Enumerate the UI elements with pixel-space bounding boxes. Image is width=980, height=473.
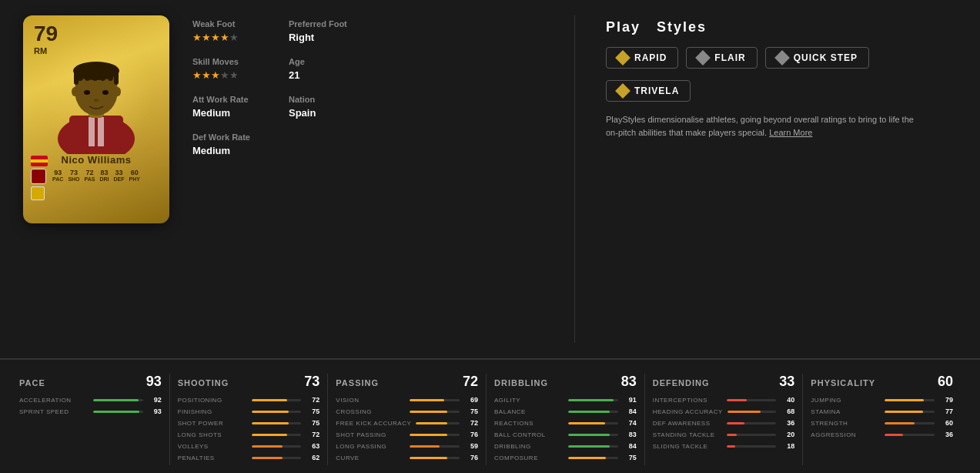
card-stat-dri: 83 DRI	[99, 169, 109, 182]
table-row: AGILITY 91	[494, 396, 637, 404]
table-row: LONG PASSING 59	[336, 442, 478, 450]
dribbling-category: DRIBBLING 83 AGILITY 91 BALANCE 84 REACT…	[487, 374, 645, 465]
playstyle-trivela: TRIVELA	[606, 80, 691, 102]
table-row: DEF AWARENESS 36	[653, 419, 795, 427]
defending-value: 33	[779, 374, 794, 390]
player-card: 79 RM	[23, 15, 169, 343]
table-row: REACTIONS 74	[494, 419, 637, 427]
svg-point-18	[115, 87, 121, 96]
table-row: INTERCEPTIONS 40	[653, 396, 795, 404]
svg-rect-2	[89, 117, 95, 146]
dribbling-value: 83	[621, 374, 637, 390]
table-row: DRIBBLING 84	[494, 442, 637, 450]
defending-category: DEFENDING 33 INTERCEPTIONS 40 HEADING AC…	[645, 374, 804, 465]
nation-section: Nation Spain	[289, 95, 347, 119]
table-row: VISION 69	[336, 396, 478, 404]
physicality-label: PHYSICALITY	[811, 378, 875, 387]
table-row: LONG SHOTS 72	[178, 431, 320, 438]
table-row: STANDING TACKLE 20	[653, 431, 795, 438]
svg-rect-12	[74, 71, 79, 85]
shooting-category: SHOOTING 73 POSITIONING 72 FINISHING 75 …	[170, 374, 329, 465]
svg-rect-8	[85, 64, 90, 81]
age-section: Age 21	[289, 57, 347, 81]
weak-foot-section: Weak Foot ★★★★★	[192, 19, 250, 43]
playstyle-rapid: RAPID	[606, 47, 678, 69]
pace-category: PACE 93 ACCELERATION 92 SPRINT SPEED 93	[19, 374, 170, 465]
svg-rect-9	[92, 63, 98, 81]
shooting-label: SHOOTING	[178, 378, 229, 387]
playstyle-flair: FLAIR	[686, 47, 757, 69]
dribbling-label: DRIBBLING	[494, 378, 548, 387]
svg-point-15	[102, 90, 109, 95]
playstyle-badges: RAPID FLAIR QUICK STEP	[606, 47, 957, 69]
stats-section: PACE 93 ACCELERATION 92 SPRINT SPEED 93 …	[0, 360, 980, 473]
age-label: Age	[289, 57, 347, 66]
nation-label: Nation	[289, 95, 347, 104]
svg-rect-10	[100, 64, 105, 81]
svg-point-17	[72, 87, 78, 96]
table-row: SHOT PASSING 76	[336, 431, 478, 438]
physicality-value: 60	[938, 374, 953, 390]
passing-value: 72	[463, 374, 478, 390]
playstyles-title: Play Styles	[606, 19, 957, 35]
defending-label: DEFENDING	[653, 378, 710, 387]
svg-rect-3	[98, 117, 104, 146]
weak-foot-label: Weak Foot	[192, 19, 250, 29]
playstyle-quick-step: QUICK STEP	[765, 47, 869, 69]
table-row: PENALTIES 62	[178, 454, 320, 461]
table-row: CROSSING 75	[336, 408, 478, 415]
table-row: SHOT POWER 75	[178, 419, 320, 427]
table-row: STRENGTH 60	[811, 419, 953, 427]
table-row: FREE KICK ACCURACY 72	[336, 419, 478, 427]
card-stat-sho: 73 SHO	[68, 169, 79, 182]
card-stat-pas: 72 PAS	[85, 169, 95, 182]
att-work-rate-label: Att Work Rate	[192, 95, 250, 104]
learn-more-link[interactable]: Learn More	[769, 128, 812, 137]
preferred-foot-value: Right	[289, 32, 347, 43]
divider	[574, 15, 575, 343]
card-rating: 79	[34, 23, 58, 45]
table-row: SLIDING TACKLE 18	[653, 442, 795, 450]
club-badge	[31, 169, 46, 184]
svg-rect-1	[69, 116, 123, 146]
att-work-rate-value: Medium	[192, 107, 250, 119]
flair-icon	[695, 50, 711, 65]
shooting-value: 73	[304, 374, 319, 390]
playstyle-description: PlayStyles dimensionalise athletes, goin…	[606, 113, 914, 139]
passing-label: PASSING	[336, 378, 379, 387]
table-row: AGGRESSION 36	[811, 431, 953, 438]
age-value: 21	[289, 69, 347, 81]
svg-rect-11	[108, 65, 113, 81]
card-stat-def: 33 DEF	[113, 169, 124, 182]
physicality-category: PHYSICALITY 60 JUMPING 79 STAMINA 77 STR…	[803, 374, 961, 465]
table-row: STAMINA 77	[811, 408, 953, 415]
table-row: BALANCE 84	[494, 408, 637, 415]
preferred-foot-label: Preferred Foot	[289, 19, 347, 29]
rapid-icon	[615, 50, 630, 65]
weak-foot-stars: ★★★★★	[192, 32, 250, 43]
skill-moves-label: Skill Moves	[192, 57, 250, 66]
card-position: RM	[34, 46, 47, 55]
trivela-icon	[615, 83, 630, 99]
table-row: COMPOSURE 75	[494, 454, 637, 461]
player-info: Weak Foot ★★★★★ Skill Moves ★★★★★ Att Wo…	[192, 15, 544, 343]
quick-step-icon	[774, 50, 790, 65]
passing-category: PASSING 72 VISION 69 CROSSING 75 FREE KI…	[328, 374, 487, 465]
nation-flag	[31, 156, 48, 166]
skill-moves-section: Skill Moves ★★★★★	[192, 57, 250, 81]
table-row: POSITIONING 72	[178, 396, 320, 404]
playstyles-section: Play Styles RAPID FLAIR QUICK STEP TRIVE…	[606, 15, 957, 343]
pace-value: 93	[146, 374, 162, 390]
table-row: JUMPING 79	[811, 396, 953, 404]
def-work-rate-label: Def Work Rate	[192, 133, 250, 142]
table-row: FINISHING 75	[178, 408, 320, 415]
def-work-rate-value: Medium	[192, 145, 250, 156]
svg-point-16	[94, 99, 99, 102]
card-stat-pac: 93 PAC	[52, 169, 63, 182]
svg-point-14	[84, 90, 90, 95]
table-row: CURVE 76	[336, 454, 478, 461]
preferred-foot-section: Preferred Foot Right	[289, 19, 347, 43]
att-work-rate-section: Att Work Rate Medium	[192, 95, 250, 119]
skill-moves-stars: ★★★★★	[192, 69, 250, 81]
playstyle-badges-row2: TRIVELA	[606, 80, 957, 102]
